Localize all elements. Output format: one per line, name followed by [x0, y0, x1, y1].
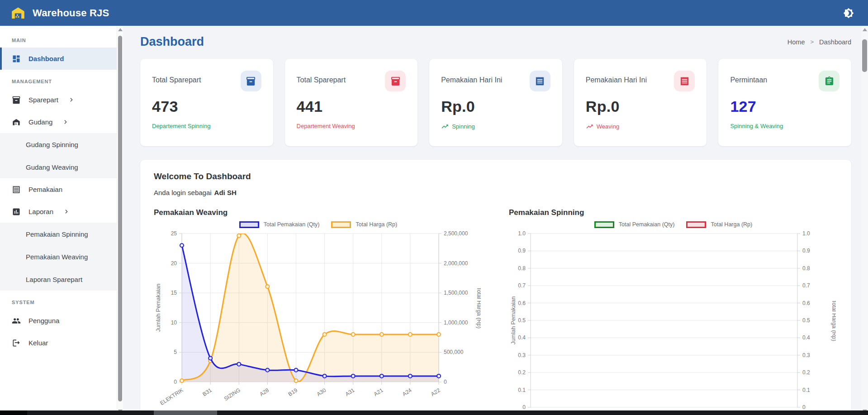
svg-text:A24: A24 — [401, 387, 413, 398]
chevron-right-icon — [68, 97, 74, 103]
breadcrumb: Home > Dashboard — [787, 38, 851, 46]
theme-toggle-icon[interactable] — [842, 6, 855, 20]
warehouse-icon — [12, 118, 21, 127]
breadcrumb-separator: > — [810, 38, 814, 45]
dashboard-grid-icon — [12, 54, 21, 63]
strip-segment — [0, 410, 27, 415]
trending-up-icon — [586, 123, 593, 130]
sidebar-section-main: MAIN — [0, 29, 117, 48]
chart-title: Pemakaian Spinning — [509, 208, 838, 217]
trending-up-icon — [441, 123, 449, 130]
svg-text:0.9: 0.9 — [802, 248, 810, 254]
svg-text:Total Harga (Rp): Total Harga (Rp) — [476, 287, 481, 329]
main-content: Dashboard Home > Dashboard Total Sparepa… — [123, 26, 861, 415]
sidebar-subitem-gudang-spinning[interactable]: Gudang Spinning — [0, 133, 117, 156]
sidebar-item-label: Pemakaian — [28, 186, 62, 193]
chevron-right-icon — [63, 209, 69, 215]
bottom-taskbar-strip — [0, 410, 868, 415]
card-total-sparepart-spinning: Total Sparepart 473 Departement Spinning — [140, 59, 273, 146]
sidebar-item-label: Gudang — [28, 118, 52, 126]
legend-item[interactable]: Total Pemakaian (Qty) — [594, 221, 675, 228]
svg-text:15: 15 — [171, 290, 177, 296]
chart-pemakaian-weaving: Pemakaian Weaving Total Pemakaian (Qty) … — [154, 208, 483, 415]
main-scrollbar[interactable] — [861, 26, 868, 415]
chart-pemakaian-spinning: Pemakaian Spinning Total Pemakaian (Qty)… — [509, 208, 838, 415]
sidebar-scrollbar[interactable] — [117, 26, 123, 415]
laporan-submenu: Pemakaian Spinning Pemakaian Weaving Lap… — [0, 223, 117, 291]
legend-item[interactable]: Total Pemakaian (Qty) — [239, 221, 320, 228]
chart-legend: Total Pemakaian (Qty) Total Harga (Rp) — [154, 219, 483, 230]
card-value: 473 — [152, 98, 261, 115]
card-pemakaian-hari-ini-weaving: Pemakaian Hari Ini Rp.0 Weaving — [574, 59, 707, 146]
svg-text:SIZING: SIZING — [223, 387, 242, 402]
card-label: Departement Weaving — [297, 123, 406, 129]
svg-text:0: 0 — [522, 404, 526, 410]
svg-text:0.5: 0.5 — [518, 317, 526, 324]
scrollbar-thumb[interactable] — [118, 36, 122, 401]
svg-text:A30: A30 — [316, 387, 327, 398]
svg-text:Jumlah Pemakaian: Jumlah Pemakaian — [155, 284, 161, 332]
legend-item[interactable]: Total Harga (Rp) — [686, 221, 752, 228]
sidebar-item-pemakaian[interactable]: Pemakaian — [0, 178, 117, 200]
sidebar-section-management: MANAGEMENT — [0, 70, 117, 89]
svg-text:0: 0 — [174, 379, 177, 385]
svg-text:0.7: 0.7 — [518, 282, 526, 289]
receipt-icon — [674, 71, 695, 91]
sidebar-item-label: Dashboard — [28, 55, 64, 62]
svg-text:500,000: 500,000 — [444, 349, 464, 355]
svg-text:10: 10 — [171, 320, 177, 326]
legend-swatch — [594, 221, 614, 228]
card-title: Total Sparepart — [152, 71, 201, 84]
legend-swatch — [239, 221, 259, 228]
welcome-card: Welcome To Dashboard Anda login sebagaiA… — [140, 160, 851, 415]
line-chart-weaving: 005500,000101,000,000151,500,000202,000,… — [154, 230, 481, 415]
svg-text:0.4: 0.4 — [518, 334, 526, 341]
svg-text:25: 25 — [171, 230, 177, 237]
svg-text:0: 0 — [802, 404, 806, 410]
chart-title: Pemakaian Weaving — [154, 208, 483, 217]
users-icon — [12, 316, 21, 325]
legend-item[interactable]: Total Harga (Rp) — [331, 221, 397, 228]
svg-text:0.6: 0.6 — [518, 300, 526, 306]
login-line: Anda login sebagaiAdi SH — [154, 189, 838, 196]
sidebar-item-pengguna[interactable]: Pengguna — [0, 310, 117, 332]
receipt-icon — [12, 185, 21, 194]
svg-text:Jumlah Pemakaian: Jumlah Pemakaian — [510, 296, 517, 344]
card-value: 441 — [297, 98, 406, 115]
box-icon — [12, 95, 21, 105]
breadcrumb-home[interactable]: Home — [787, 38, 805, 46]
sidebar-item-laporan[interactable]: Laporan — [0, 200, 117, 223]
sidebar-item-sparepart[interactable]: Sparepart — [0, 89, 117, 111]
scroll-up-arrow[interactable] — [118, 28, 123, 31]
svg-text:1,500,000: 1,500,000 — [444, 290, 468, 296]
app-title: Warehouse RJS — [33, 7, 109, 19]
svg-text:0.1: 0.1 — [518, 387, 526, 393]
sidebar-subitem-gudang-weaving[interactable]: Gudang Weaving — [0, 156, 117, 178]
card-total-sparepart-weaving: Total Sparepart 441 Departement Weaving — [285, 59, 418, 146]
scrollbar-thumb[interactable] — [862, 39, 867, 72]
svg-text:A21: A21 — [373, 387, 384, 398]
sidebar-item-label: Keluar — [28, 339, 48, 347]
sidebar-subitem-pemakaian-weaving[interactable]: Pemakaian Weaving — [0, 245, 117, 268]
bar-chart-icon — [12, 207, 21, 216]
svg-text:B31: B31 — [201, 387, 213, 398]
box-icon — [385, 71, 406, 91]
card-label: Spinning — [441, 123, 550, 130]
sidebar-item-keluar[interactable]: Keluar — [0, 332, 117, 354]
svg-text:0.6: 0.6 — [802, 300, 810, 306]
gudang-submenu: Gudang Spinning Gudang Weaving — [0, 133, 117, 178]
legend-swatch — [686, 221, 706, 228]
legend-swatch — [331, 221, 351, 228]
sidebar-subitem-pemakaian-spinning[interactable]: Pemakaian Spinning — [0, 223, 117, 245]
card-value: Rp.0 — [441, 98, 550, 115]
sidebar-item-dashboard[interactable]: Dashboard — [0, 48, 117, 70]
line-chart-spinning: 000.10.10.20.20.30.30.40.40.50.50.60.60.… — [509, 230, 836, 415]
sidebar-item-gudang[interactable]: Gudang — [0, 111, 117, 133]
scroll-up-arrow[interactable] — [863, 28, 867, 31]
card-value: 127 — [730, 98, 840, 115]
svg-text:A22: A22 — [430, 387, 441, 398]
sidebar-subitem-laporan-sparepart[interactable]: Laporan Sparepart — [0, 268, 117, 291]
svg-text:A28: A28 — [258, 387, 270, 398]
svg-text:0.4: 0.4 — [802, 334, 810, 341]
svg-text:2,000,000: 2,000,000 — [444, 260, 468, 267]
